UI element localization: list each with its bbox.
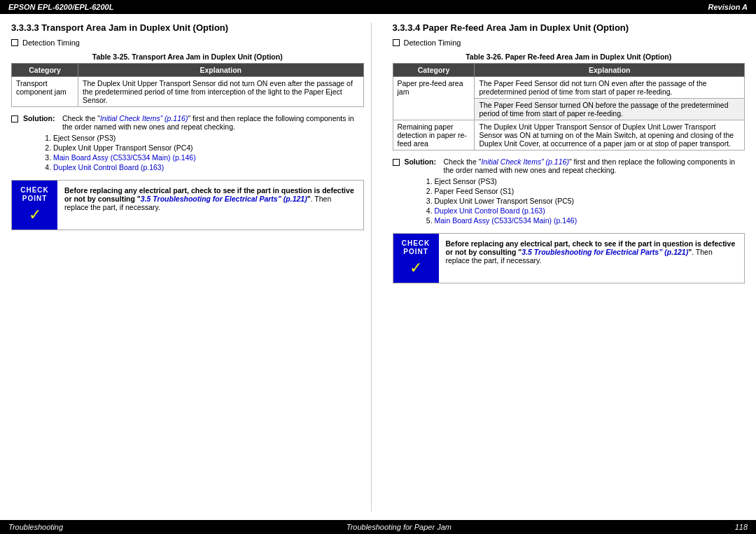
right-row2-category: Remaining paper detection in paper re-fe…	[393, 120, 475, 150]
left-solution-row: Solution: Check the "Initial Check Items…	[11, 114, 364, 131]
right-badge-check: CHECK	[402, 239, 430, 248]
right-col-header-explanation: Explanation	[475, 64, 745, 77]
footer-left: Troubleshooting	[8, 523, 63, 531]
page-footer: Troubleshooting Troubleshooting for Pape…	[0, 520, 756, 534]
right-col-header-category: Category	[393, 64, 475, 77]
left-ordered-list: Eject Sensor (PS3) Duplex Unit Upper Tra…	[53, 134, 364, 171]
right-detection-label: Detection Timing	[404, 38, 461, 47]
left-row1-category: Transport component jam	[12, 77, 78, 107]
right-solution-label: Solution:	[402, 157, 441, 166]
right-table-caption: Table 3-26. Paper Re-feed Area Jam in Du…	[393, 52, 746, 61]
list-item: Duplex Unit Lower Transport Sensor (PC5)	[435, 197, 746, 205]
left-list-link-4[interactable]: Duplex Unit Control Board (p.163)	[53, 163, 164, 171]
right-list-link-4[interactable]: Duplex Unit Control Board (p.163)	[435, 206, 545, 215]
left-solution-checkbox	[11, 115, 18, 122]
right-row1-exp1: The Paper Feed Sensor did not turn ON ev…	[475, 77, 745, 99]
list-item: Duplex Unit Control Board (p.163)	[53, 163, 364, 171]
left-row1-explanation: The Duplex Unit Upper Transport Sensor d…	[78, 77, 363, 107]
header-right: Revision A	[708, 3, 748, 11]
list-item: Eject Sensor (PS3)	[435, 177, 746, 185]
left-solution-block: Solution: Check the "Initial Check Items…	[11, 114, 364, 171]
left-check-point-box: CHECK POINT ✓ Before replacing any elect…	[11, 180, 364, 230]
right-checkmark-icon: ✓	[410, 259, 422, 277]
right-ordered-list: Eject Sensor (PS3) Paper Feed Sensor (S1…	[435, 177, 746, 225]
left-solution-text: Check the "Initial Check Items” (p.116)"…	[62, 114, 364, 131]
left-col-header-explanation: Explanation	[78, 64, 363, 77]
left-list-link-3[interactable]: Main Board Assy (C533/C534 Main) (p.146)	[53, 153, 196, 162]
left-table: Table 3-25. Transport Area Jam in Duplex…	[11, 52, 364, 107]
right-solution-row: Solution: Check the "Initial Check Items…	[393, 157, 746, 174]
right-table: Table 3-26. Paper Re-feed Area Jam in Du…	[393, 52, 746, 150]
right-solution-text: Check the "Initial Check Items” (p.116)"…	[444, 157, 746, 174]
right-check-point-content: Before replacing any electrical part, ch…	[439, 234, 745, 283]
left-checkmark-icon: ✓	[29, 206, 41, 224]
right-column: 3.3.3.4 Paper Re-feed Area Jam in Duplex…	[386, 22, 746, 512]
list-item: Main Board Assy (C533/C534 Main) (p.146)	[435, 216, 746, 225]
left-solution-label: Solution:	[21, 114, 59, 122]
left-cp-link[interactable]: 3.5 Troubleshooting for Electrical Parts…	[141, 195, 307, 203]
page-header: EPSON EPL-6200/EPL-6200L Revision A	[0, 0, 756, 14]
right-checkbox-icon	[393, 39, 400, 46]
footer-center: Troubleshooting for Paper Jam	[346, 523, 451, 531]
footer-right: 118	[735, 523, 748, 531]
left-column: 3.3.3.3 Transport Area Jam in Duplex Uni…	[11, 22, 372, 512]
left-table-caption: Table 3-25. Transport Area Jam in Duplex…	[11, 52, 364, 61]
list-item: Paper Feed Sensor (S1)	[435, 187, 746, 195]
left-solution-link[interactable]: Initial Check Items” (p.116)	[100, 114, 188, 122]
right-detection-timing: Detection Timing	[393, 38, 746, 47]
table-row: Transport component jam The Duplex Unit …	[12, 77, 364, 107]
left-heading: 3.3.3.3 Transport Area Jam in Duplex Uni…	[11, 22, 364, 33]
right-check-point-box: CHECK POINT ✓ Before replacing any elect…	[393, 233, 746, 283]
right-heading: 3.3.3.4 Paper Re-feed Area Jam in Duplex…	[393, 22, 746, 33]
left-detection-timing: Detection Timing	[11, 38, 364, 47]
right-solution-link[interactable]: Initial Check Items” (p.116)	[481, 157, 568, 166]
main-content: 3.3.3.3 Transport Area Jam in Duplex Uni…	[0, 14, 756, 520]
list-item: Eject Sensor (PS3)	[53, 134, 364, 142]
right-list-link-5[interactable]: Main Board Assy (C533/C534 Main) (p.146)	[435, 216, 578, 225]
list-item: Duplex Unit Control Board (p.163)	[435, 206, 746, 215]
table-row: Paper pre-feed area jam The Paper Feed S…	[393, 77, 745, 99]
right-solution-block: Solution: Check the "Initial Check Items…	[393, 157, 746, 225]
table-row: Remaining paper detection in paper re-fe…	[393, 120, 745, 150]
list-item: Main Board Assy (C533/C534 Main) (p.146)	[53, 153, 364, 162]
page-wrapper: EPSON EPL-6200/EPL-6200L Revision A 3.3.…	[0, 0, 756, 534]
right-row1-category: Paper pre-feed area jam	[393, 77, 475, 120]
right-badge-point: POINT	[403, 248, 428, 256]
left-check-point-content: Before replacing any electrical part, ch…	[57, 181, 363, 230]
left-detection-label: Detection Timing	[22, 38, 80, 47]
right-row2-explanation: The Duplex Unit Upper Transport Sensor o…	[475, 120, 745, 150]
list-item: Duplex Unit Upper Transport Sensor (PC4)	[53, 143, 364, 152]
left-check-point-badge: CHECK POINT ✓	[12, 181, 57, 230]
right-solution-checkbox	[393, 159, 400, 166]
right-check-point-badge: CHECK POINT ✓	[393, 234, 439, 283]
left-col-header-category: Category	[12, 64, 78, 77]
right-row1-exp2: The Paper Feed Sensor turned ON before t…	[475, 99, 745, 120]
left-badge-check: CHECK	[20, 186, 49, 195]
left-checkbox-icon	[11, 39, 18, 46]
header-left: EPSON EPL-6200/EPL-6200L	[8, 3, 113, 11]
right-cp-link[interactable]: 3.5 Troubleshooting for Electrical Parts…	[522, 248, 688, 256]
left-badge-point: POINT	[22, 195, 48, 203]
